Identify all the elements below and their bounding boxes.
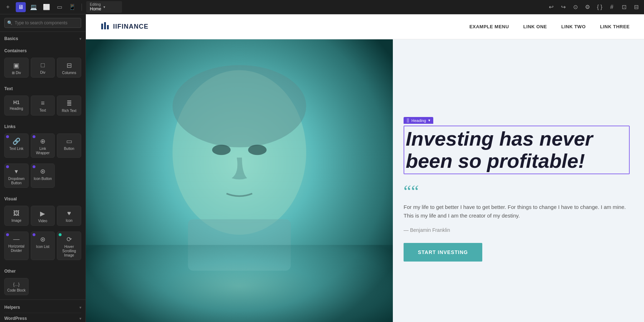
nav-link-one[interactable]: LINK ONE <box>523 24 547 29</box>
button-label: Button <box>64 147 74 151</box>
hdivider-icon: — <box>13 235 20 243</box>
horizontal-divider-component[interactable]: — Horizontal Divider <box>4 231 29 260</box>
hero-portrait <box>86 39 393 322</box>
visual-section: Visual 🖼 Image ▶ Video ♥ Icon <box>0 192 86 264</box>
other-grid: {...} Code Block <box>4 275 81 298</box>
basics-chevron: ▾ <box>79 37 81 41</box>
helpers-section-toggle[interactable]: Helpers ▾ <box>4 302 81 313</box>
drag-icon: ⣿ <box>406 118 409 123</box>
dropdown-badge <box>6 165 9 168</box>
image-label: Image <box>11 219 21 223</box>
icon-icon: ♥ <box>67 210 71 217</box>
links-header[interactable]: Links <box>4 123 81 131</box>
sidebar-bottom: Helpers ▾ WordPress ▾ Library ▾ <box>0 299 86 322</box>
desktop-view-button[interactable]: 🖥 <box>16 2 26 12</box>
text-section: Text H1 Heading ≡ Text ≣ Rich Text <box>0 82 86 120</box>
code-block-label: Code Block <box>7 288 25 293</box>
text-grid: H1 Heading ≡ Text ≣ Rich Text <box>4 93 81 118</box>
basics-section: Basics ▾ <box>0 32 86 44</box>
nav-link-two[interactable]: LINK TWO <box>561 24 586 29</box>
code-block-component[interactable]: {...} Code Block <box>4 278 29 295</box>
hover-scroll-icon: ⟳ <box>67 235 72 243</box>
nav-link-example-menu[interactable]: EXAMPLE MENU <box>469 24 509 29</box>
visual-header[interactable]: Visual <box>4 195 81 203</box>
tablet-view-button[interactable]: ⬜ <box>42 2 52 12</box>
icon-button-badge <box>33 165 35 168</box>
svg-rect-11 <box>86 245 393 322</box>
publish-button[interactable]: ⊡ <box>619 2 629 12</box>
link-wrapper-badge <box>33 135 35 138</box>
close-button[interactable]: ⊟ <box>631 2 641 12</box>
rich-text-icon: ≣ <box>67 99 72 107</box>
website-preview: IIFINANCE EXAMPLE MENU LINK ONE LINK TWO… <box>86 14 644 322</box>
hero-heading[interactable]: Investing has never been so profitable! <box>406 128 628 172</box>
mobile-view-button[interactable]: 📱 <box>67 2 77 12</box>
cta-button[interactable]: START INVESTING <box>404 243 482 262</box>
containers-header[interactable]: Containers <box>4 47 81 55</box>
icon-button-component[interactable]: ⊛ Icon Button <box>31 164 55 188</box>
custom-code-button[interactable]: { } <box>595 2 605 12</box>
wordpress-chevron: ▾ <box>79 317 81 321</box>
divider-1 <box>82 4 82 11</box>
text-component[interactable]: ≡ Text <box>31 96 55 116</box>
columns-component[interactable]: ⊟ Columns <box>57 58 81 78</box>
visual-grid: 🖼 Image ▶ Video ♥ Icon <box>4 203 81 229</box>
helpers-chevron: ▾ <box>79 306 81 309</box>
icon-component[interactable]: ♥ Icon <box>57 206 81 226</box>
heading-label: Heading <box>10 107 23 111</box>
rich-text-component[interactable]: ≣ Rich Text <box>57 96 81 116</box>
site-navigation: IIFINANCE EXAMPLE MENU LINK ONE LINK TWO… <box>86 14 644 39</box>
div-component[interactable]: □ Div <box>31 58 55 78</box>
text-link-component[interactable]: 🔗 Text Link <box>4 133 29 158</box>
div-icon: □ <box>41 62 45 69</box>
image-component[interactable]: 🖼 Image <box>4 206 29 226</box>
revisions-button[interactable]: ⊙ <box>570 2 580 12</box>
hero-image-area <box>86 39 393 322</box>
heading-toolbar-chevron: ▾ <box>428 118 430 123</box>
image-icon: 🖼 <box>13 210 20 217</box>
text-icon: ≡ <box>41 99 45 107</box>
heading-element-toolbar: ⣿ Heading ▾ <box>404 117 433 124</box>
tablet-landscape-button[interactable]: ▭ <box>54 2 64 12</box>
video-component[interactable]: ▶ Video <box>31 206 55 226</box>
section-component[interactable]: ▣ ⊞ Div <box>4 58 29 78</box>
hover-scroll-component[interactable]: ⟳ Hover Scrolling Image <box>57 231 81 260</box>
hero-content: ⣿ Heading ▾ Investing has never been so … <box>393 39 644 322</box>
link-wrapper-component[interactable]: ⊕ Link Wrapper <box>31 133 55 158</box>
dropdown-button-component[interactable]: ▾ Dropdown Button <box>4 164 29 188</box>
icon-list-component[interactable]: ⊛ Icon List <box>31 231 55 260</box>
links-section: Links 🔗 Text Link ⊕ Link Wrapper ▭ Butto… <box>0 120 86 192</box>
undo-button[interactable]: ↩ <box>546 2 556 12</box>
text-header[interactable]: Text <box>4 85 81 93</box>
dropdown-label: Dropdown Button <box>6 177 27 185</box>
wordpress-section-toggle[interactable]: WordPress ▾ <box>4 313 81 322</box>
text-comp-label: Text <box>39 108 46 113</box>
page-chevron: ▾ <box>103 5 105 9</box>
other-header[interactable]: Other <box>4 267 81 275</box>
heading-selected-wrapper[interactable]: ⣿ Heading ▾ Investing has never been so … <box>404 126 630 174</box>
icon-list-label: Icon List <box>36 245 49 249</box>
helpers-label: Helpers <box>4 305 20 310</box>
button-component[interactable]: ▭ Button <box>57 133 81 158</box>
section-icon: ▣ <box>13 62 19 69</box>
search-icon: 🔍 <box>7 20 13 25</box>
quote-marks: ““ <box>404 183 630 200</box>
laptop-view-button[interactable]: 💻 <box>29 2 39 12</box>
redo-button[interactable]: ↪ <box>558 2 568 12</box>
heading-component[interactable]: H1 Heading <box>4 96 29 116</box>
add-element-button[interactable]: ＋ <box>3 2 13 12</box>
search-input[interactable] <box>4 18 81 28</box>
portrait-svg <box>86 39 393 322</box>
links-label: Links <box>4 124 15 129</box>
editing-label[interactable]: Editing Home ▾ <box>86 1 122 13</box>
settings-button[interactable]: ⚙ <box>582 2 592 12</box>
grid-button[interactable]: # <box>607 2 617 12</box>
site-logo[interactable]: IIFINANCE <box>100 21 148 33</box>
canvas[interactable]: IIFINANCE EXAMPLE MENU LINK ONE LINK TWO… <box>86 14 644 322</box>
basics-header[interactable]: Basics ▾ <box>4 35 81 43</box>
other-section: Other {...} Code Block <box>0 264 86 299</box>
text-link-label: Text Link <box>9 147 23 151</box>
text-label: Text <box>4 86 13 91</box>
search-wrap: 🔍 <box>4 18 81 28</box>
nav-link-three[interactable]: LINK THREE <box>600 24 630 29</box>
